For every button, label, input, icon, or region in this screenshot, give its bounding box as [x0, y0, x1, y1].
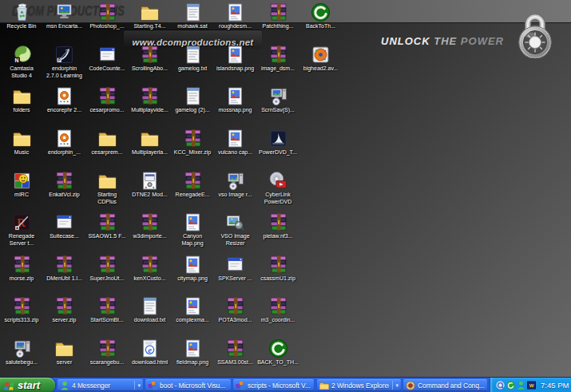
desktop-icon[interactable]: w3dimporte...	[129, 212, 171, 240]
desktop-icon[interactable]: complexma...	[172, 296, 213, 324]
desktop-icon[interactable]: mIRC	[1, 171, 42, 199]
htmldoc-icon: e	[140, 339, 160, 358]
desktop-icon[interactable]: NCamtasiaStudio 4	[1, 45, 42, 79]
desktop-icon[interactable]: islandsnap.png	[215, 45, 256, 73]
desktop-icon[interactable]: SuperJnoUt...	[86, 255, 128, 283]
desktop-icon[interactable]: cesarpromo...	[86, 86, 128, 114]
desktop-icon[interactable]: BACK_TO_TH...	[257, 339, 299, 366]
desktop-icon[interactable]: citymap.png	[172, 255, 213, 283]
desktop-icon[interactable]: Suitecase...	[44, 212, 85, 240]
desktop-icon-label: vso Image r...	[215, 192, 256, 199]
desktop-icon[interactable]: Music	[1, 129, 42, 156]
winrar-icon	[268, 296, 288, 316]
desktop-icon[interactable]: Recycle Bin	[1, 2, 42, 30]
desktop-icon[interactable]: csassmU1.zip	[257, 255, 299, 283]
desktop-icon[interactable]: m3_coordin...	[257, 296, 299, 324]
taskbar: start 4 Messenger▾boot - Microsoft Visu.…	[0, 377, 571, 392]
desktop-icon[interactable]: ScrollingAbo...	[129, 45, 171, 73]
taskbar-button[interactable]: boot - Microsoft Visu...	[145, 379, 231, 391]
desktop-icon[interactable]: SSAM3.00st...	[215, 339, 256, 366]
desktop-icon[interactable]: Multiplayerla...	[129, 129, 171, 156]
desktop-icon[interactable]: Multiplayvide...	[129, 86, 171, 114]
update-tray-icon[interactable]	[506, 381, 515, 390]
desktop-icon[interactable]: fieldmap.png	[172, 339, 213, 366]
desktop-icon[interactable]: download.txt	[129, 296, 171, 324]
desktop-icon[interactable]: vso Image r...	[215, 171, 256, 199]
desktop-icon[interactable]: kenXCusto...	[129, 255, 171, 283]
desktop-icon[interactable]: CanyonMap.png	[172, 212, 213, 247]
desktop-icon[interactable]: server.zip	[44, 296, 85, 324]
folder-icon	[12, 129, 32, 148]
desktop-icon[interactable]: image_dsm...	[257, 45, 299, 73]
cnc-icon	[406, 381, 415, 390]
desktop-icon[interactable]: Pendorphin2.7.0 Learning	[44, 45, 85, 79]
desktop-icon[interactable]: endorphin_...	[44, 129, 85, 156]
desktop-icon[interactable]: msn Encarta...	[44, 2, 85, 30]
desktop-icon[interactable]: pielaw.nf3...	[257, 212, 299, 240]
image-icon	[183, 296, 203, 316]
desktop-icon[interactable]: ScrnSav(S)...	[257, 86, 299, 114]
desktop-icon[interactable]: morse.zip	[1, 255, 42, 283]
desktop-icon[interactable]: EnkatVcl.zip	[44, 171, 85, 199]
desktop-icon[interactable]: KCC_Mixer.zip	[172, 129, 213, 156]
winrar-icon	[183, 171, 203, 191]
desktop-icon-label: cesarprem...	[86, 149, 128, 156]
desktop-icon[interactable]: Starting.T4...	[129, 2, 171, 30]
desktop-icon[interactable]: scripts313.zip	[1, 296, 42, 324]
desktop-icon-label: encorephr 2...	[44, 107, 85, 114]
desktop-icon-label: StartScrnBt...	[86, 317, 128, 324]
messenger-tray-icon[interactable]	[517, 381, 525, 390]
desktop-icon[interactable]: SSAOW1.5 F...	[86, 212, 128, 240]
vs-icon	[148, 381, 157, 390]
desktop-icon[interactable]: CyberLinkPowerDVD	[257, 171, 299, 205]
desktop-icon-label: w3dimporte...	[129, 233, 171, 240]
console-tray-icon[interactable]: W	[527, 381, 536, 390]
taskbar-button[interactable]: scripts - Microsoft V...	[233, 379, 314, 391]
desktop-icon[interactable]: StartScrnBt...	[86, 296, 128, 324]
winrar-icon	[97, 2, 117, 22]
taskbar-button[interactable]: 4 Messenger▾	[57, 379, 143, 391]
desktop-icon[interactable]: server	[44, 339, 85, 366]
imageresizer-icon	[225, 212, 245, 232]
desktop-icon[interactable]: gamelog (2)...	[172, 86, 213, 114]
folder-icon	[97, 171, 117, 191]
desktop-icon[interactable]: VSO ImageResizer	[215, 212, 256, 247]
desktop-icon[interactable]: StartingCDPlus	[86, 171, 128, 205]
desktop-icon[interactable]: CodeCounte...	[86, 45, 128, 73]
explorer-icon	[319, 381, 329, 390]
desktop-icon[interactable]: SPKServer ...	[215, 255, 256, 283]
taskbar-button[interactable]: 2 Windows Explorer▾	[317, 379, 401, 391]
desktop-icon-label: Music	[1, 149, 42, 156]
mediadoc-icon	[54, 86, 74, 106]
desktop-icon[interactable]: DTNE2 Mod...	[129, 171, 171, 199]
desktop-icon[interactable]: scarangebu...	[86, 339, 128, 366]
desktop-icon[interactable]: DMenUbt 1.l...	[44, 255, 85, 283]
desktop-icon[interactable]: bighead2.av...	[300, 45, 342, 73]
desktop-icon-label: islandsnap.png	[215, 65, 256, 73]
desktop-icon[interactable]: RARenegadeServer t...	[1, 212, 42, 247]
desktop-icon[interactable]: cesarprem...	[86, 129, 128, 156]
desktop-icon[interactable]: roughdesm...	[215, 2, 256, 30]
start-button[interactable]: start	[0, 378, 55, 392]
desktop-icon[interactable]: PowerDVD_T...	[257, 129, 299, 156]
desktop-icon[interactable]: Photoshop_...	[86, 2, 128, 30]
desktop-icon[interactable]: RenegadeE...	[172, 171, 213, 199]
desktop-icon[interactable]: mossnap.png	[215, 86, 256, 114]
desktop-icon-label: Patchthing...	[257, 23, 299, 30]
desktop-icon-label: DMenUbt 1.l...	[44, 275, 85, 283]
desktop-icon[interactable]: mohawk.sat	[172, 2, 213, 30]
desktop-icon-label: Photoshop_...	[86, 23, 128, 30]
desktop-icon[interactable]: salutebegu...	[1, 339, 42, 366]
desktop-icon[interactable]: Patchthing...	[257, 2, 299, 30]
desktop-icon[interactable]: encorephr 2...	[44, 86, 85, 114]
desktop-icon[interactable]: edownload.html	[129, 339, 171, 366]
desktop-icon[interactable]: folders	[1, 86, 42, 114]
taskbar-button[interactable]: Command and Conq...	[403, 379, 487, 391]
desktop-icon[interactable]: BackToTh...	[300, 2, 342, 30]
desktop-icon[interactable]: vulcano cap...	[215, 129, 256, 156]
desktop-icon-label: server.zip	[44, 317, 85, 324]
desktop-icon[interactable]: gamelog.txt	[172, 45, 213, 73]
desktop[interactable]: DCOM PRODUCTIONS www.dcomproductions.net…	[0, 0, 571, 377]
quicktime-tray-icon[interactable]	[496, 381, 505, 390]
desktop-icon[interactable]: POTA3mod...	[215, 296, 256, 324]
